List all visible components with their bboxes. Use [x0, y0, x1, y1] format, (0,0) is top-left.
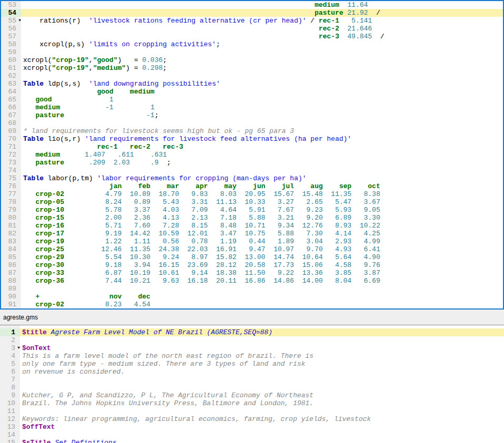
code-line[interactable]: 79 crop-10 5.78 3.37 4.03 7.09 4.64 5.91…	[1, 206, 503, 214]
code-line[interactable]: 56 rec-2 21.646	[1, 25, 503, 33]
code-line[interactable]: 71 rec-1 rec-2 rec-3	[1, 143, 503, 151]
line-number[interactable]: 58	[1, 40, 21, 48]
code-line[interactable]: 64 good medium	[1, 88, 503, 96]
code-line[interactable]: 91 crop-02 8.23 4.54	[1, 301, 503, 308]
line-number[interactable]: 69	[1, 127, 21, 135]
line-number[interactable]: 15	[0, 439, 20, 443]
code-text[interactable]	[20, 336, 504, 344]
code-text[interactable]: rec-3 49.845 /	[21, 33, 503, 40]
line-number[interactable]: 10	[0, 399, 20, 407]
line-number[interactable]: 57	[1, 33, 21, 40]
code-line[interactable]: 75Table labor(p,tm) 'labor requirements …	[1, 174, 503, 182]
line-number[interactable]: 1	[0, 328, 20, 336]
code-text[interactable]: pasture -1;	[21, 111, 503, 119]
code-text[interactable]: Brazil. The Johns Hopkins University Pre…	[20, 399, 504, 407]
code-text[interactable]: Table lio(s,r) 'land requirements for li…	[21, 135, 503, 143]
code-text[interactable]: medium 11.64	[21, 1, 503, 9]
code-line[interactable]: 62	[1, 72, 503, 80]
code-text[interactable]: This is a farm level model of the north …	[20, 352, 504, 360]
code-text[interactable]: medium 1.407 .611 .631	[21, 151, 503, 159]
line-number[interactable]: 13	[0, 423, 20, 431]
line-number[interactable]: 67	[1, 111, 21, 119]
line-number[interactable]: 59	[1, 48, 21, 56]
code-line[interactable]: 60xcropl("crop-19","good") = 0.036;	[1, 56, 503, 64]
line-number[interactable]: 9	[0, 392, 20, 399]
code-text[interactable]: rec-2 21.646	[21, 25, 503, 33]
code-line[interactable]: 14	[0, 431, 504, 439]
line-number[interactable]: 71	[1, 143, 21, 151]
code-line[interactable]: 63Table ldp(s,s) 'land downgrading possi…	[1, 80, 503, 88]
line-number[interactable]: 77	[1, 190, 21, 198]
line-number[interactable]: 88	[1, 277, 21, 285]
code-line[interactable]: 53 medium 11.64	[1, 1, 503, 9]
code-text[interactable]	[21, 285, 503, 293]
line-number[interactable]: 89	[1, 285, 21, 293]
code-line[interactable]: 11	[0, 407, 504, 415]
editor-pane-top[interactable]: 53 medium 11.6454 pasture 21.92 /55▼ rat…	[0, 0, 504, 310]
code-line[interactable]: 85 crop-29 5.54 10.30 9.24 8.97 15.82 13…	[1, 253, 503, 261]
code-text[interactable]: xcropl("crop-19","medium") = 0.298;	[21, 64, 503, 72]
code-text[interactable]: crop-05 8.24 0.89 5.43 3.31 11.13 10.33 …	[21, 198, 503, 206]
code-line[interactable]: 8	[0, 384, 504, 392]
code-line[interactable]: 15$sTitle Set Definitions	[0, 439, 504, 443]
code-text[interactable]: xcropl("crop-19","good") = 0.036;	[21, 56, 503, 64]
line-number[interactable]: 84	[1, 245, 21, 253]
code-text[interactable]: Table labor(p,tm) 'labor requirements fo…	[21, 174, 503, 182]
code-text[interactable]: medium -1 1	[21, 104, 503, 111]
editor-pane-bottom[interactable]: 1$title Agreste Farm Level Model of NE B…	[0, 325, 504, 443]
line-number[interactable]: 2	[0, 336, 20, 344]
code-text[interactable]: $title Agreste Farm Level Model of NE Br…	[20, 328, 504, 336]
line-number[interactable]: 81	[1, 222, 21, 230]
code-line[interactable]: 2	[0, 336, 504, 344]
code-line[interactable]: 57 rec-3 49.845 /	[1, 33, 503, 40]
line-number[interactable]: 83	[1, 238, 21, 245]
code-line[interactable]: 10Brazil. The Johns Hopkins University P…	[0, 399, 504, 407]
code-line[interactable]: 88 crop-36 7.44 10.21 9.63 16.18 20.11 1…	[1, 277, 503, 285]
code-text[interactable]: crop-29 5.54 10.30 9.24 8.97 15.82 13.00…	[21, 253, 503, 261]
code-line[interactable]: 77 crop-02 4.79 10.89 18.70 9.83 8.03 20…	[1, 190, 503, 198]
code-line[interactable]: 87 crop-33 6.87 10.19 10.61 9.14 18.38 1…	[1, 269, 503, 277]
code-text[interactable]	[21, 72, 503, 80]
code-line[interactable]: 9Kutcher, G P, and Scandizzo, P L, The A…	[0, 392, 504, 399]
line-number[interactable]: 70	[1, 135, 21, 143]
code-line[interactable]: 68	[1, 119, 503, 127]
line-number[interactable]: 80	[1, 214, 21, 222]
line-number[interactable]: 3▼	[0, 344, 20, 352]
line-number[interactable]: 62	[1, 72, 21, 80]
line-number[interactable]: 66	[1, 104, 21, 111]
code-text[interactable]: $sTitle Set Definitions	[20, 439, 504, 443]
code-text[interactable]: crop-17 9.19 14.42 10.59 12.01 3.47 10.7…	[21, 230, 503, 238]
code-line[interactable]: 61xcropl("crop-19","medium") = 0.298;	[1, 64, 503, 72]
code-line[interactable]: 12Keywords: linear programming, agricult…	[0, 415, 504, 423]
line-number[interactable]: 12	[0, 415, 20, 423]
code-text[interactable]	[20, 376, 504, 384]
line-number[interactable]: 14	[0, 431, 20, 439]
code-text[interactable]	[21, 167, 503, 174]
code-text[interactable]: rations(r) 'livestock rations feeding al…	[21, 17, 503, 25]
code-text[interactable]: rec-1 rec-2 rec-3	[21, 143, 503, 151]
code-text[interactable]: crop-10 5.78 3.37 4.03 7.09 4.64 5.91 7.…	[21, 206, 503, 214]
code-line[interactable]: 67 pasture -1;	[1, 111, 503, 119]
code-text[interactable]: Keywords: linear programming, agricultur…	[20, 415, 504, 423]
line-number[interactable]: 8	[0, 384, 20, 392]
code-line[interactable]: 76 jan feb mar apr may jun jul aug sep o…	[1, 182, 503, 190]
code-text[interactable]	[20, 431, 504, 439]
code-line[interactable]: 59	[1, 48, 503, 56]
line-number[interactable]: 90	[1, 293, 21, 301]
fold-marker-icon[interactable]: ▼	[18, 18, 21, 23]
code-line[interactable]: 5only one farm type - medium sized. Ther…	[0, 360, 504, 368]
line-number[interactable]: 56	[1, 25, 21, 33]
code-line[interactable]: 69* land requirements for livestock seem…	[1, 127, 503, 135]
code-line[interactable]: 7	[0, 376, 504, 384]
line-number[interactable]: 7	[0, 376, 20, 384]
code-text[interactable]	[21, 48, 503, 56]
code-text[interactable]: crop-36 7.44 10.21 9.63 16.18 20.11 16.8…	[21, 277, 503, 285]
code-line[interactable]: 89	[1, 285, 503, 293]
code-line[interactable]: 74	[1, 167, 503, 174]
code-line[interactable]: 83 crop-19 1.22 1.11 0.56 0.78 1.19 0.44…	[1, 238, 503, 245]
line-number[interactable]: 61	[1, 64, 21, 72]
code-line[interactable]: 6on revenue is considered.	[0, 368, 504, 376]
code-line[interactable]: 65 good 1	[1, 96, 503, 104]
code-text[interactable]: crop-30 9.18 3.94 16.15 23.69 28.12 20.5…	[21, 261, 503, 269]
code-text[interactable]: xcropl(p,s) 'limits on cropping activiti…	[21, 40, 503, 48]
